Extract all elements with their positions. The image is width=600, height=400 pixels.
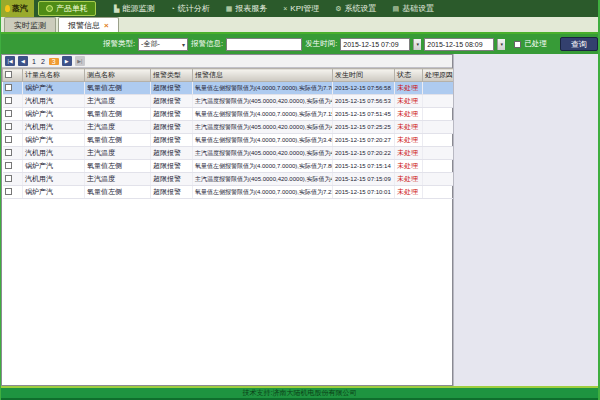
bar-chart-icon: ▙ [114, 5, 119, 12]
cell-alarm-type: 超限报警 [151, 82, 193, 95]
row-checkbox[interactable] [5, 123, 12, 130]
menu-item-stat-analysis[interactable]: ◔统计分析 [162, 0, 217, 17]
cell-time: 2015-12-15 07:20:27 [333, 134, 395, 147]
row-checkbox[interactable] [5, 188, 12, 195]
cell-time: 2015-12-15 07:10:01 [333, 186, 395, 199]
cell-metering-point: 汽机用汽 [23, 147, 85, 160]
alarm-type-value: -全部- [141, 39, 160, 49]
table-row[interactable]: 锅炉产汽氧量值左侧超限报警氧量值左侧报警限值为(4.0000,7.0000),实… [3, 82, 454, 95]
cell-checkbox [3, 173, 23, 186]
cell-measure-point: 氧量值左侧 [85, 108, 151, 121]
cell-time: 2015-12-15 07:56:53 [333, 95, 395, 108]
table-row[interactable]: 锅炉产汽氧量值左侧超限报警氧量值左侧报警限值为(4.0000,7.0000),实… [3, 108, 454, 121]
cell-metering-point: 汽机用汽 [23, 95, 85, 108]
cell-measure-point: 氧量值左侧 [85, 82, 151, 95]
row-checkbox[interactable] [5, 175, 12, 182]
row-checkbox[interactable] [5, 110, 12, 117]
cell-reason [423, 134, 454, 147]
time-to-input[interactable]: 2015-12-15 08:09 [424, 38, 494, 51]
close-icon[interactable]: × [104, 22, 109, 30]
footer-text: 技术支持:济南大陆机电股份有限公司 [243, 388, 357, 398]
cell-measure-point: 氧量值左侧 [85, 186, 151, 199]
cell-status: 未处理 [395, 82, 423, 95]
cell-status: 未处理 [395, 160, 423, 173]
time-from-input[interactable]: 2015-12-15 07:09 [340, 38, 410, 51]
row-checkbox[interactable] [5, 136, 12, 143]
query-button[interactable]: 查询 [560, 37, 598, 51]
product-unit-consumption-button[interactable]: 产品单耗 [38, 1, 96, 16]
cell-alarm-type: 超限报警 [151, 160, 193, 173]
settings-icon: ▤ [393, 5, 400, 12]
cell-status: 未处理 [395, 134, 423, 147]
menu-item-label: 基础设置 [402, 3, 434, 14]
page-number-current[interactable]: 3 [49, 58, 59, 65]
menu-item-label: 能源监测 [122, 3, 154, 14]
cell-time: 2015-12-15 07:25:25 [333, 121, 395, 134]
kpi-icon: × [283, 5, 287, 12]
cell-alarm-info: 氧量值左侧报警限值为(4.0000,7.0000),实际值为7.2187 [193, 186, 333, 199]
last-page-button[interactable]: ▶| [75, 56, 85, 66]
steam-flame-icon [5, 5, 10, 12]
table-row[interactable]: 汽机用汽主汽温度超限报警主汽温度报警限值为(405.0000,420.0000)… [3, 121, 454, 134]
pagination: |◀◀123▶▶| [2, 55, 452, 68]
row-checkbox[interactable] [5, 97, 12, 104]
cell-status: 未处理 [395, 95, 423, 108]
table-row[interactable]: 汽机用汽主汽温度超限报警主汽温度报警限值为(405.0000,420.0000)… [3, 173, 454, 186]
alarm-info-input[interactable] [226, 38, 302, 51]
cell-measure-point: 主汽温度 [85, 173, 151, 186]
cell-status: 未处理 [395, 173, 423, 186]
menu-item-basic-settings[interactable]: ▤基础设置 [385, 0, 443, 17]
cell-metering-point: 汽机用汽 [23, 121, 85, 134]
tab-realtime-monitor[interactable]: 实时监测 [4, 17, 56, 32]
tab-alarm-info[interactable]: 报警信息 × [58, 17, 119, 32]
prev-page-button[interactable]: ◀ [18, 56, 28, 66]
cell-status: 未处理 [395, 108, 423, 121]
table-row[interactable]: 汽机用汽主汽温度超限报警主汽温度报警限值为(405.0000,420.0000)… [3, 147, 454, 160]
handled-label: 已处理 [524, 39, 547, 49]
cell-measure-point: 主汽温度 [85, 95, 151, 108]
table-row[interactable]: 锅炉产汽氧量值左侧超限报警氧量值左侧报警限值为(4.0000,7.0000),实… [3, 160, 454, 173]
calendar-dropdown-icon[interactable]: ▾ [497, 39, 505, 50]
row-checkbox[interactable] [5, 149, 12, 156]
menu-item-energy-monitor[interactable]: ▙能源监测 [106, 0, 162, 17]
menu-item-label: 报表服务 [235, 3, 267, 14]
page-number[interactable]: 2 [40, 58, 46, 65]
menu-item-system-settings[interactable]: ⚙系统设置 [327, 0, 384, 17]
column-header-3: 报警信息 [193, 69, 333, 82]
cell-metering-point: 锅炉产汽 [23, 82, 85, 95]
tab-label: 实时监测 [14, 20, 46, 31]
row-checkbox[interactable] [5, 162, 12, 169]
cell-metering-point: 锅炉产汽 [23, 134, 85, 147]
time-to-value: 2015-12-15 08:09 [427, 41, 482, 48]
cell-alarm-type: 超限报警 [151, 108, 193, 121]
cell-checkbox [3, 160, 23, 173]
tab-label: 报警信息 [68, 20, 100, 31]
footer-bar: 技术支持:济南大陆机电股份有限公司 [1, 388, 598, 400]
cell-measure-point: 主汽温度 [85, 121, 151, 134]
cell-checkbox [3, 134, 23, 147]
page-number[interactable]: 1 [31, 58, 37, 65]
cell-metering-point: 锅炉产汽 [23, 160, 85, 173]
table-row[interactable]: 汽机用汽主汽温度超限报警主汽温度报警限值为(405.0000,420.0000)… [3, 95, 454, 108]
cell-checkbox [3, 121, 23, 134]
cell-alarm-info: 主汽温度报警限值为(405.0000,420.0000),实际值为421.362… [193, 173, 333, 186]
cell-time: 2015-12-15 07:15:09 [333, 173, 395, 186]
table-row[interactable]: 锅炉产汽氧量值左侧超限报警氧量值左侧报警限值为(4.0000,7.0000),实… [3, 134, 454, 147]
alarm-type-select[interactable]: -全部- ▾ [138, 38, 188, 51]
menu-item-report-service[interactable]: ▦报表服务 [218, 0, 276, 17]
table-header: 计量点名称测点名称报警类型报警信息发生时间状态处理原因 [3, 69, 454, 82]
next-page-button[interactable]: ▶ [62, 56, 72, 66]
first-page-button[interactable]: |◀ [5, 56, 15, 66]
cell-time: 2015-12-15 07:51:45 [333, 108, 395, 121]
select-all-checkbox[interactable] [5, 71, 12, 78]
product-circle-icon [46, 5, 53, 12]
row-checkbox[interactable] [5, 84, 12, 91]
top-menu-bar: 蒸汽 产品单耗 ▙能源监测◔统计分析▦报表服务×KPI管理⚙系统设置▤基础设置 [1, 0, 598, 17]
cell-alarm-info: 主汽温度报警限值为(405.0000,420.0000),实际值为402.529… [193, 121, 333, 134]
cell-alarm-type: 超限报警 [151, 147, 193, 160]
cell-measure-point: 氧量值左侧 [85, 160, 151, 173]
menu-item-kpi-manage[interactable]: ×KPI管理 [275, 0, 327, 17]
handled-checkbox[interactable] [514, 41, 521, 48]
calendar-dropdown-icon[interactable]: ▾ [413, 39, 421, 50]
table-row[interactable]: 锅炉产汽氧量值左侧超限报警氧量值左侧报警限值为(4.0000,7.0000),实… [3, 186, 454, 199]
